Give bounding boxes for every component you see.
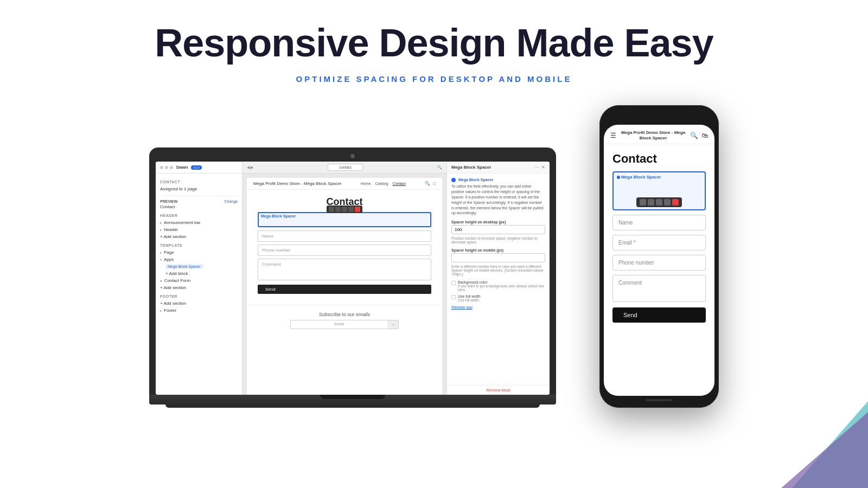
phone-navbar: ☰ Mega Profit Demo Store - Mega Block Sp… <box>604 125 714 144</box>
email-input-field[interactable]: Email <box>291 320 387 329</box>
panel-manage-link[interactable]: Manage app <box>451 305 545 309</box>
panel-title: Mega Block Spacer <box>451 165 491 170</box>
nav-search-icon[interactable]: 🔍 <box>425 181 430 186</box>
sidebar-add-section2[interactable]: + Add section <box>160 284 238 291</box>
spacer-toolbar-btn3[interactable] <box>342 207 347 212</box>
phone-search-icon[interactable]: 🔍 <box>690 132 698 139</box>
canvas-phone-input[interactable]: Phone number <box>258 245 431 256</box>
panel-desktop-label: Spacer height on desktop (px) <box>451 220 545 224</box>
phone-toolbar-btn-delete[interactable] <box>672 199 679 206</box>
editor-sidebar: Dawn v1.0 CONTACT Assigned to 1 page <box>156 162 242 395</box>
topbar-dots <box>160 166 173 169</box>
phone-name-input[interactable]: Name <box>612 215 706 230</box>
panel-fullwidth-sublabel: Use full width. <box>458 298 481 302</box>
sidebar-contact-form: ● Contact Form <box>160 277 238 284</box>
email-input-row: Email → <box>290 320 399 329</box>
phone-screen: ☰ Mega Profit Demo Store - Mega Block Sp… <box>604 125 714 396</box>
panel-mobile-hint: Enter a different number here in case yo… <box>451 265 545 276</box>
laptop-device: Dawn v1.0 CONTACT Assigned to 1 page <box>149 147 556 408</box>
phone-nav-brand: Mega Profit Demo Store - Mega Block Spac… <box>616 130 690 140</box>
laptop-wrapper: Dawn v1.0 CONTACT Assigned to 1 page <box>149 147 556 408</box>
panel-remove-block[interactable]: Remove block <box>447 385 550 395</box>
nav-catalog[interactable]: Catalog <box>375 182 388 185</box>
spacer-toolbar-btn2[interactable] <box>335 207 341 212</box>
panel-bg-checkbox-row: Background color If you want to put a ba… <box>451 280 545 292</box>
editor-right-panel: Mega Block Spacer ⋯ ✕ Mega Block Spacer <box>446 162 550 395</box>
preview-label: PREVIEW <box>160 200 177 203</box>
sidebar-content: CONTACT Assigned to 1 page PREVIEW Chang… <box>156 174 242 317</box>
devices-container: Dawn v1.0 CONTACT Assigned to 1 page <box>0 105 868 408</box>
phone-email-input[interactable]: Email * <box>612 235 706 251</box>
phone-spacer-block[interactable]: Mega Block Spacer <box>612 171 706 210</box>
hamburger-icon[interactable]: ☰ <box>610 132 616 139</box>
dot3 <box>170 166 173 169</box>
sidebar-page-item: ▸ Page <box>160 249 238 256</box>
panel-close-btn[interactable]: ✕ <box>541 165 545 170</box>
phone-spacer-label: Mega Block Spacer <box>614 172 705 182</box>
sidebar-footer-item: ▸ Footer <box>160 307 238 314</box>
panel-bg-checkbox[interactable] <box>451 281 456 285</box>
address-bar[interactable]: contact <box>328 164 363 171</box>
phone-nav-icons: 🔍 🛍 <box>690 132 708 139</box>
panel-menu-icon[interactable]: ⋯ <box>535 165 539 170</box>
spacer-toolbar-btn1[interactable] <box>329 207 334 212</box>
sidebar-add-section3[interactable]: + Add section <box>160 300 238 307</box>
panel-mobile-input[interactable] <box>451 253 545 262</box>
phone-toolbar-btn2[interactable] <box>648 199 654 206</box>
laptop-camera <box>350 154 355 158</box>
sidebar-mega-block-spacer[interactable]: Mega Block Spacer <box>160 263 238 270</box>
spacer-toolbar <box>327 206 362 213</box>
editor-topbar: Dawn v1.0 <box>156 162 242 174</box>
panel-header: Mega Block Spacer ⋯ ✕ <box>447 162 550 174</box>
store-name-label: Dawn <box>176 165 188 170</box>
phone-toolbar-btn1[interactable] <box>640 199 646 206</box>
laptop-screen: Dawn v1.0 CONTACT Assigned to 1 page <box>156 162 550 395</box>
laptop-foot <box>165 404 540 408</box>
canvas-spacer-label: Mega Block Spacer <box>261 214 296 218</box>
panel-fullwidth-checkbox-row: Use full width Use full width. <box>451 294 545 302</box>
dot1 <box>160 166 163 169</box>
dot2 <box>165 166 168 169</box>
nav-home[interactable]: Home <box>361 182 371 185</box>
panel-desktop-input[interactable] <box>451 225 545 234</box>
panel-fullwidth-checkbox[interactable] <box>451 295 456 299</box>
phone-device: ☰ Mega Profit Demo Store - Mega Block Sp… <box>599 105 719 408</box>
canvas-form: Name Phone number Comment Send <box>247 230 442 294</box>
template-section-label: TEMPLATE <box>160 243 238 247</box>
panel-fullwidth-label: Use full width <box>458 294 481 298</box>
canvas-name-input[interactable]: Name <box>258 230 431 242</box>
panel-mobile-label: Spacer height on mobile (px) <box>451 248 545 252</box>
canvas-subscribe-section: Subscribe to our emails Email → <box>247 305 442 329</box>
phone-toolbar-btn3[interactable] <box>656 199 662 206</box>
canvas-send-btn[interactable]: Send <box>258 285 431 294</box>
sidebar-apps-item: ▾ Apps <box>160 256 238 263</box>
laptop-base <box>149 395 556 404</box>
shopify-editor: Dawn v1.0 CONTACT Assigned to 1 page <box>156 162 550 395</box>
header-section-label: HEADER <box>160 214 238 217</box>
email-submit-arrow[interactable]: → <box>387 320 398 329</box>
sidebar-add-block[interactable]: + Add block <box>160 270 238 277</box>
sidebar-contact-link[interactable]: Contact <box>160 203 238 210</box>
nav-contact[interactable]: Contact <box>393 182 406 185</box>
canvas-comment-input[interactable]: Comment <box>258 259 431 280</box>
canvas-navbar: Mega Profit Demo Store - Mega Block Spac… <box>247 178 442 190</box>
phone-send-btn[interactable]: Send <box>612 307 706 323</box>
panel-desktop-hint: Positive number to increase space, negat… <box>451 236 545 244</box>
phone-cart-icon[interactable]: 🛍 <box>701 132 708 139</box>
phone-phone-input[interactable]: Phone number <box>612 255 706 271</box>
contact-section-label: CONTACT <box>160 180 238 184</box>
hero-subtitle: OPTIMIZE SPACING FOR DESKTOP AND MOBILE <box>11 74 857 84</box>
canvas-spacer-block[interactable]: Mega Block Spacer <box>258 212 431 227</box>
panel-description: To utilize the field effectively, you ca… <box>451 184 545 216</box>
sidebar-announcement-bar: ▸ Announcement bar <box>160 219 238 226</box>
nav-cart-icon[interactable]: □ <box>433 181 436 186</box>
spacer-toolbar-btn4[interactable] <box>348 207 354 212</box>
phone-contact-title: Contact <box>604 144 714 171</box>
change-btn[interactable]: Change <box>224 200 238 203</box>
editor-main: ◀ ▶ contact 🔍 Mega Profit Demo Store - M… <box>242 162 446 395</box>
phone-comment-input[interactable]: Comment <box>612 275 706 302</box>
phone-toolbar-btn4[interactable] <box>664 199 671 206</box>
canvas-nav-links: Home Catalog Contact <box>361 182 406 185</box>
sidebar-add-section1[interactable]: + Add section <box>160 233 238 240</box>
spacer-toolbar-btn-delete[interactable] <box>355 207 360 212</box>
